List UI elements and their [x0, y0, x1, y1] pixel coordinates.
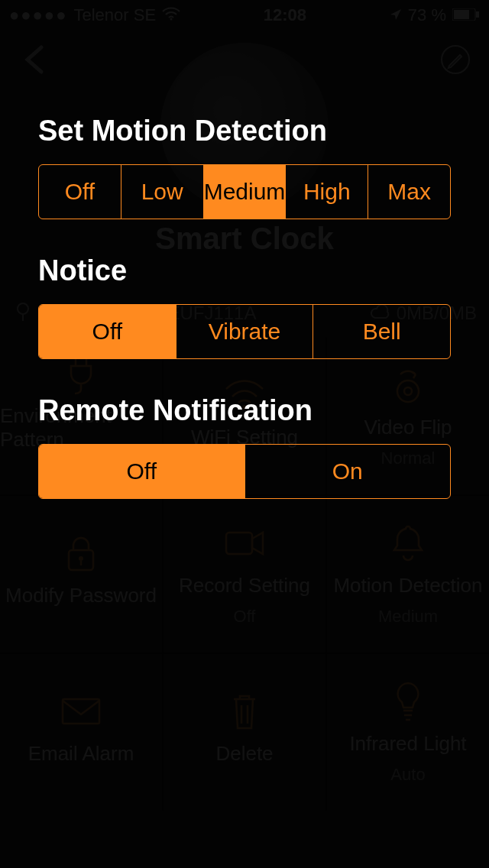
- notice-opt-bell[interactable]: Bell: [313, 305, 450, 358]
- notice-opt-vibrate[interactable]: Vibrate: [176, 305, 314, 358]
- remote-opt-off[interactable]: Off: [39, 445, 245, 498]
- notice-title: Notice: [38, 254, 451, 287]
- notice-opt-off[interactable]: Off: [39, 305, 176, 358]
- motion-opt-low[interactable]: Low: [121, 165, 204, 219]
- motion-segmented: Off Low Medium High Max: [38, 164, 451, 219]
- motion-opt-medium[interactable]: Medium: [204, 165, 287, 219]
- motion-detection-modal: Set Motion Detection Off Low Medium High…: [38, 115, 451, 499]
- notice-segmented: Off Vibrate Bell: [38, 304, 451, 359]
- remote-opt-on[interactable]: On: [245, 445, 451, 498]
- motion-title: Set Motion Detection: [38, 115, 451, 147]
- motion-opt-max[interactable]: Max: [368, 165, 450, 219]
- remote-title: Remote Notification: [38, 394, 451, 427]
- motion-opt-off[interactable]: Off: [39, 165, 121, 219]
- motion-opt-high[interactable]: High: [286, 165, 368, 219]
- remote-segmented: Off On: [38, 444, 451, 499]
